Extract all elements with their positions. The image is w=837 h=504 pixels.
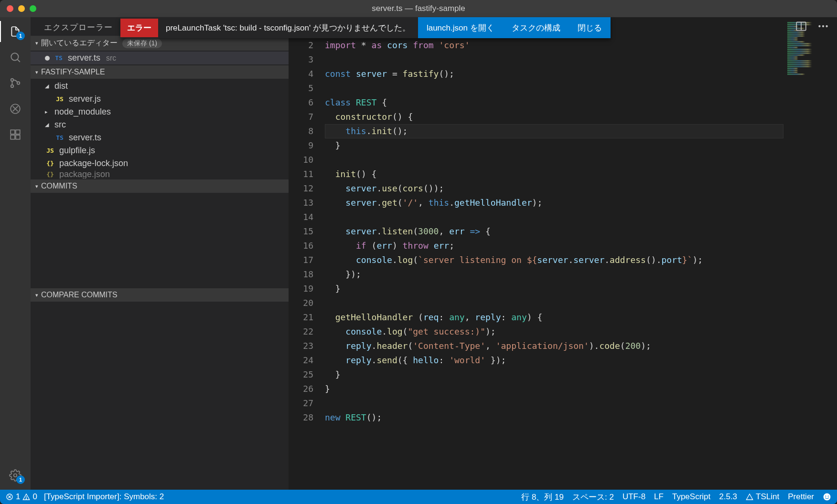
extensions-tab-icon[interactable] <box>8 127 23 142</box>
status-ts-version[interactable]: 2.5.3 <box>719 492 737 502</box>
close-window-button[interactable] <box>7 5 13 12</box>
configure-task-button[interactable]: タスクの構成 <box>503 17 569 38</box>
file-label: package-lock.json <box>59 158 128 168</box>
open-editors-list: TS server.ts src <box>31 51 289 65</box>
svg-point-7 <box>11 79 13 81</box>
folder-node-modules[interactable]: ▸ node_modules <box>31 105 289 118</box>
scm-tab-icon[interactable] <box>8 75 23 91</box>
svg-point-3 <box>822 25 824 27</box>
line-gutter: 1234567891011121314151617181920212223242… <box>289 17 325 490</box>
commits-label: COMMITS <box>41 182 77 190</box>
status-cursor-position[interactable]: 行 8、列 19 <box>521 492 564 503</box>
status-tslint[interactable]: TSLint <box>746 492 779 502</box>
notification-actions: launch.json を開く タスクの構成 閉じる <box>418 17 611 38</box>
status-bar: 1 0 [TypeScript Importer]: Symbols: 2 行 … <box>0 490 837 504</box>
minimap[interactable] <box>783 17 837 490</box>
svg-point-22 <box>825 495 826 496</box>
ts-file-icon: TS <box>54 134 65 141</box>
compare-commits-label: COMPARE COMMITS <box>41 291 118 299</box>
split-editor-icon[interactable] <box>795 20 807 34</box>
folder-label: src <box>54 120 66 130</box>
error-count: 1 <box>16 492 20 502</box>
json-file-icon: {} <box>45 160 55 167</box>
file-gulpfile[interactable]: JS gulpfile.js <box>31 144 289 157</box>
file-label: server.ts <box>69 133 101 143</box>
folder-label: dist <box>54 81 68 91</box>
status-feedback-icon[interactable] <box>823 493 831 501</box>
minimize-window-button[interactable] <box>18 5 25 12</box>
code-content[interactable]: import * as fastify from 'fastify'import… <box>325 17 783 490</box>
ts-file-icon: TS <box>54 54 64 62</box>
tslint-label: TSLint <box>756 492 779 502</box>
editor-area[interactable]: 1234567891011121314151617181920212223242… <box>289 17 837 490</box>
activity-bar: 1 1 <box>0 17 31 490</box>
svg-rect-14 <box>16 135 20 139</box>
window-title: server.ts — fastify-sample <box>372 4 465 13</box>
open-editor-item[interactable]: TS server.ts src <box>31 52 289 64</box>
workspace-label: FASTIFY-SAMPLE <box>41 68 105 76</box>
status-prettier[interactable]: Prettier <box>788 492 814 502</box>
svg-rect-11 <box>11 130 15 134</box>
workspace-header[interactable]: ▾ FASTIFY-SAMPLE <box>31 65 289 79</box>
status-encoding[interactable]: UTF-8 <box>622 492 645 502</box>
debug-tab-icon[interactable] <box>8 101 23 116</box>
open-editors-label: 開いているエディター <box>41 38 118 48</box>
status-indent[interactable]: スペース: 2 <box>572 492 614 503</box>
chevron-down-icon: ▾ <box>35 292 38 298</box>
status-language[interactable]: TypeScript <box>672 492 710 502</box>
chevron-down-icon: ◢ <box>45 122 51 128</box>
close-notification-button[interactable]: 閉じる <box>569 17 611 38</box>
file-tree: ◢ dist JS server.js ▸ node_modules ◢ src… <box>31 79 289 179</box>
dirty-indicator-icon <box>45 56 50 61</box>
explorer-badge: 1 <box>16 32 25 40</box>
file-server-js[interactable]: JS server.js <box>31 93 289 105</box>
file-package-lock[interactable]: {} package-lock.json <box>31 157 289 170</box>
svg-rect-13 <box>11 135 15 139</box>
folder-label: node_modules <box>54 107 111 117</box>
notification-message: preLaunchTask 'tsc: build - tsconfig.jso… <box>158 19 418 37</box>
vscode-window: server.ts — fastify-sample エラー preLaunch… <box>0 0 837 504</box>
commits-panel <box>31 193 289 288</box>
warning-count: 0 <box>32 492 37 502</box>
notification-bar: エラー preLaunchTask 'tsc: build - tsconfig… <box>120 17 611 38</box>
commits-header[interactable]: ▾ COMMITS <box>31 179 289 193</box>
folder-src[interactable]: ◢ src <box>31 118 289 131</box>
svg-point-2 <box>818 25 820 27</box>
svg-point-9 <box>17 82 20 84</box>
js-file-icon: JS <box>54 95 65 103</box>
chevron-right-icon: ▸ <box>45 109 51 115</box>
compare-commits-header[interactable]: ▾ COMPARE COMMITS <box>31 288 289 302</box>
settings-badge: 1 <box>16 475 25 484</box>
svg-line-6 <box>17 59 20 62</box>
status-eol[interactable]: LF <box>654 492 664 502</box>
open-launch-json-button[interactable]: launch.json を開く <box>418 17 503 38</box>
svg-point-15 <box>14 474 17 477</box>
file-label: server.js <box>69 94 101 104</box>
explorer-tab-icon[interactable]: 1 <box>8 24 23 39</box>
svg-point-23 <box>828 495 829 496</box>
chevron-down-icon: ◢ <box>45 83 51 89</box>
settings-gear-icon[interactable]: 1 <box>8 468 23 483</box>
traffic-lights <box>7 5 36 12</box>
open-editor-filename: server.ts <box>68 53 100 63</box>
folder-dist[interactable]: ◢ dist <box>31 80 289 93</box>
maximize-window-button[interactable] <box>30 5 36 12</box>
file-package[interactable]: {} package.json <box>31 170 289 178</box>
chevron-down-icon: ▾ <box>35 40 38 46</box>
status-problems[interactable]: 1 0 <box>6 492 37 502</box>
titlebar: server.ts — fastify-sample <box>0 0 837 17</box>
open-editor-dir: src <box>106 54 116 63</box>
search-tab-icon[interactable] <box>8 50 23 65</box>
editor-top-right-actions <box>795 20 829 34</box>
more-actions-icon[interactable] <box>817 20 829 34</box>
chevron-down-icon: ▾ <box>35 183 38 189</box>
svg-rect-12 <box>16 130 20 134</box>
svg-point-4 <box>826 25 827 27</box>
unsaved-badge: 未保存 (1) <box>122 39 162 48</box>
file-server-ts[interactable]: TS server.ts <box>31 131 289 144</box>
chevron-down-icon: ▾ <box>35 69 38 75</box>
error-badge: エラー <box>120 19 158 37</box>
file-label: gulpfile.js <box>59 146 95 156</box>
status-ts-importer[interactable]: [TypeScript Importer]: Symbols: 2 <box>44 492 164 502</box>
explorer-sidebar: エクスプローラー ▾ 開いているエディター 未保存 (1) TS server.… <box>31 17 289 490</box>
